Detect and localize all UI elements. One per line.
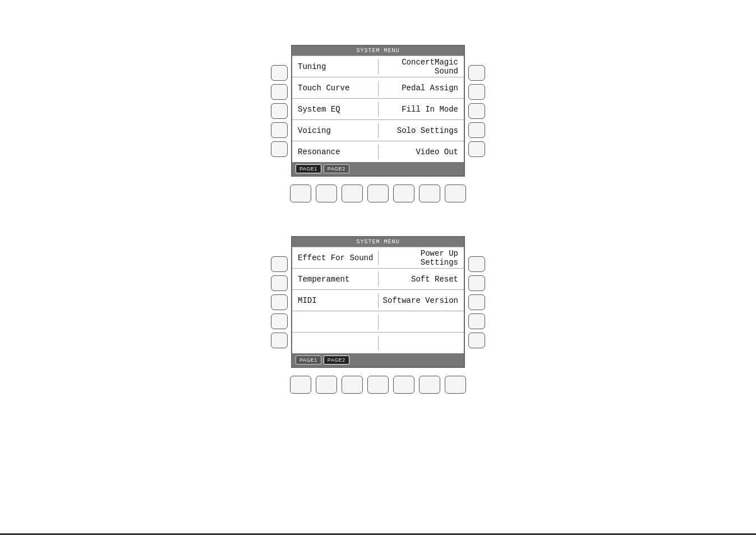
panel1-row4-left: Voicing — [294, 126, 377, 135]
panel1-footer: PAGE1 PAGE2 — [292, 162, 464, 176]
panel2-bottom-btn-6[interactable] — [419, 376, 440, 394]
panel2-bottom-btn-7[interactable] — [445, 376, 466, 394]
panel2-right-btn-3[interactable] — [468, 294, 485, 310]
panel2-right-btn-5[interactable] — [468, 333, 485, 348]
panel1-row3-divider — [378, 102, 379, 117]
panel2-right-buttons — [468, 256, 485, 348]
panel2-row2-left: Temperament — [294, 275, 377, 284]
panel2-row-5 — [292, 332, 464, 353]
panel2-with-buttons: SYSTEM MENU Effect For Sound Power Up Se… — [271, 236, 485, 368]
panel1-row1-left: Tuning — [294, 62, 377, 71]
panel2-bottom-btn-3[interactable] — [342, 376, 363, 394]
panel1-row3-left: System EQ — [294, 105, 377, 114]
panel2-section: SYSTEM MENU Effect For Sound Power Up Se… — [271, 236, 485, 394]
panel2-row3-divider — [378, 293, 379, 308]
panel1-left-btn-5[interactable] — [271, 141, 288, 157]
panel2-page1-btn[interactable]: PAGE1 — [296, 356, 321, 365]
panel1-bottom-btn-3[interactable] — [342, 185, 363, 202]
panel1-row-4: Voicing Solo Settings — [292, 119, 464, 141]
panel2-title: SYSTEM MENU — [292, 237, 464, 247]
panel1-row2-left: Touch Curve — [294, 84, 377, 93]
panel2-right-btn-2[interactable] — [468, 275, 485, 291]
panel2-page2-btn[interactable]: PAGE2 — [324, 356, 349, 365]
panel1-row-2: Touch Curve Pedal Assign — [292, 77, 464, 98]
panel1-with-buttons: SYSTEM MENU Tuning ConcertMagic Sound To… — [271, 45, 485, 177]
panel2-row1-right: Power Up Settings — [380, 249, 462, 267]
panel2-left-buttons — [271, 256, 288, 348]
panel2-left-btn-5[interactable] — [271, 333, 288, 348]
panel1-left-btn-1[interactable] — [271, 65, 288, 81]
page-wrapper: SYSTEM MENU Tuning ConcertMagic Sound To… — [0, 0, 756, 535]
panel1-bottom-btn-7[interactable] — [445, 185, 466, 202]
panel2-row-3: MIDI Software Version — [292, 289, 464, 311]
panel2-row-4 — [292, 311, 464, 332]
panel2-right-btn-4[interactable] — [468, 313, 485, 329]
panel1-bottom-btn-4[interactable] — [367, 185, 389, 202]
panel1-row1-divider — [378, 59, 379, 74]
panel2-row-2: Temperament Soft Reset — [292, 268, 464, 289]
panel1-row4-divider — [378, 123, 379, 138]
panel1-menu: SYSTEM MENU Tuning ConcertMagic Sound To… — [291, 45, 465, 177]
panel1-row5-right: Video Out — [380, 147, 462, 156]
panel1-row2-right: Pedal Assign — [380, 84, 462, 93]
panel1-row1-right: ConcertMagic Sound — [380, 58, 462, 76]
panel1-row5-divider — [378, 145, 379, 159]
panel2-bottom-btn-4[interactable] — [367, 376, 389, 394]
panel1-right-btn-2[interactable] — [468, 84, 485, 100]
panel1-bottom-btn-5[interactable] — [393, 185, 414, 202]
panel2-row1-divider — [378, 251, 379, 265]
panel1-section: SYSTEM MENU Tuning ConcertMagic Sound To… — [271, 45, 485, 202]
panel2-row3-right: Software Version — [380, 296, 462, 305]
panel2-bottom-btn-5[interactable] — [393, 376, 414, 394]
panel2-footer: PAGE1 PAGE2 — [292, 353, 464, 367]
panel2-menu: SYSTEM MENU Effect For Sound Power Up Se… — [291, 236, 465, 368]
panel2-left-btn-1[interactable] — [271, 256, 288, 272]
panel2-left-btn-2[interactable] — [271, 275, 288, 291]
panel1-right-btn-5[interactable] — [468, 141, 485, 157]
panel2-row2-divider — [378, 272, 379, 287]
panel1-bottom-buttons — [290, 185, 466, 202]
panel2-bottom-btn-1[interactable] — [290, 376, 311, 394]
panel1-right-buttons — [468, 65, 485, 157]
panel2-left-btn-3[interactable] — [271, 294, 288, 310]
panel1-row-5: Resonance Video Out — [292, 141, 464, 162]
panel1-bottom-btn-2[interactable] — [316, 185, 337, 202]
panel1-row2-divider — [378, 81, 379, 95]
panel1-right-btn-1[interactable] — [468, 65, 485, 81]
panel1-row-1: Tuning ConcertMagic Sound — [292, 56, 464, 77]
panel1-title: SYSTEM MENU — [292, 46, 464, 56]
panel2-bottom-btn-2[interactable] — [316, 376, 337, 394]
panel1-row4-right: Solo Settings — [380, 126, 462, 135]
panel2-row-1: Effect For Sound Power Up Settings — [292, 247, 464, 268]
panel1-page1-btn[interactable]: PAGE1 — [296, 164, 321, 173]
panel2-row2-right: Soft Reset — [380, 275, 462, 284]
panel1-row5-left: Resonance — [294, 147, 377, 156]
panel1-left-buttons — [271, 65, 288, 157]
panel2-left-btn-4[interactable] — [271, 313, 288, 329]
panel1-right-btn-4[interactable] — [468, 122, 485, 138]
panel1-right-btn-3[interactable] — [468, 103, 485, 119]
panel2-row1-left: Effect For Sound — [294, 253, 377, 262]
panel2-right-btn-1[interactable] — [468, 256, 485, 272]
panel2-row4-divider — [378, 315, 379, 329]
panel2-row3-left: MIDI — [294, 296, 377, 305]
panel1-bottom-btn-6[interactable] — [419, 185, 440, 202]
panel1-left-btn-2[interactable] — [271, 84, 288, 100]
panel2-bottom-buttons — [290, 376, 466, 394]
panel1-left-btn-4[interactable] — [271, 122, 288, 138]
panel1-row-3: System EQ Fill In Mode — [292, 98, 464, 119]
panel2-row5-divider — [378, 336, 379, 350]
panel1-left-btn-3[interactable] — [271, 103, 288, 119]
panel1-page2-btn[interactable]: PAGE2 — [324, 164, 349, 173]
panel1-bottom-btn-1[interactable] — [290, 185, 311, 202]
panel1-row3-right: Fill In Mode — [380, 105, 462, 114]
